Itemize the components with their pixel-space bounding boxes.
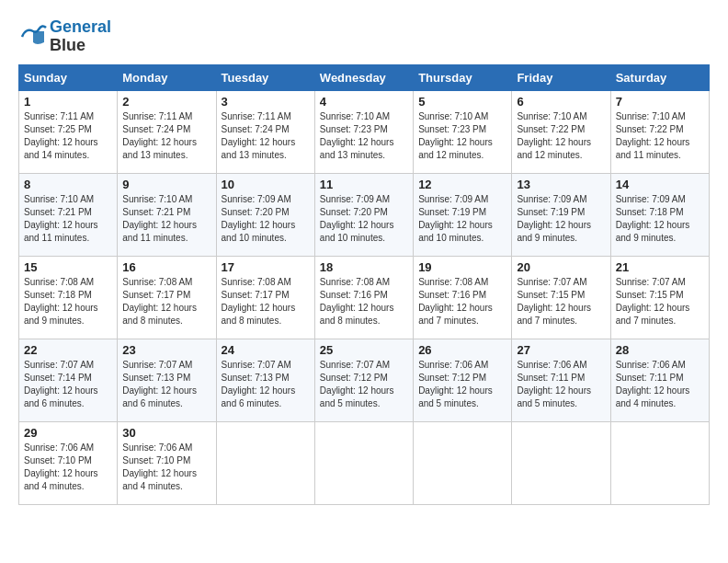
calendar-week-row: 22Sunrise: 7:07 AM Sunset: 7:14 PM Dayli… xyxy=(19,339,710,421)
day-info: Sunrise: 7:07 AM Sunset: 7:14 PM Dayligh… xyxy=(24,359,112,410)
calendar-day-cell: 6Sunrise: 7:10 AM Sunset: 7:22 PM Daylig… xyxy=(512,90,610,173)
day-info: Sunrise: 7:09 AM Sunset: 7:20 PM Dayligh… xyxy=(222,193,310,245)
calendar-day-cell: 22Sunrise: 7:07 AM Sunset: 7:14 PM Dayli… xyxy=(19,339,118,421)
day-header-friday: Friday xyxy=(512,64,610,90)
day-header-saturday: Saturday xyxy=(610,64,709,90)
day-number: 16 xyxy=(122,260,210,274)
day-info: Sunrise: 7:06 AM Sunset: 7:11 PM Dayligh… xyxy=(517,359,605,410)
day-header-sunday: Sunday xyxy=(19,64,118,90)
day-number: 20 xyxy=(517,260,605,274)
logo-icon xyxy=(18,24,48,50)
calendar-day-cell: 20Sunrise: 7:07 AM Sunset: 7:15 PM Dayli… xyxy=(512,256,610,339)
day-info: Sunrise: 7:09 AM Sunset: 7:20 PM Dayligh… xyxy=(320,193,408,245)
calendar-day-cell: 24Sunrise: 7:07 AM Sunset: 7:13 PM Dayli… xyxy=(216,339,314,421)
calendar-day-cell: 9Sunrise: 7:10 AM Sunset: 7:21 PM Daylig… xyxy=(118,173,216,256)
day-number: 23 xyxy=(122,343,210,357)
day-number: 12 xyxy=(418,178,506,191)
empty-cell xyxy=(216,421,314,504)
day-info: Sunrise: 7:10 AM Sunset: 7:23 PM Dayligh… xyxy=(418,110,506,162)
day-number: 22 xyxy=(24,343,112,357)
calendar-day-cell: 29Sunrise: 7:06 AM Sunset: 7:10 PM Dayli… xyxy=(19,421,118,504)
day-info: Sunrise: 7:09 AM Sunset: 7:19 PM Dayligh… xyxy=(517,193,605,245)
day-number: 27 xyxy=(517,343,605,357)
day-number: 6 xyxy=(517,95,605,109)
empty-cell xyxy=(512,421,610,504)
day-info: Sunrise: 7:08 AM Sunset: 7:17 PM Dayligh… xyxy=(222,276,310,327)
calendar-day-cell: 21Sunrise: 7:07 AM Sunset: 7:15 PM Dayli… xyxy=(610,256,709,339)
day-number: 10 xyxy=(222,178,310,191)
day-number: 18 xyxy=(320,260,408,274)
day-info: Sunrise: 7:10 AM Sunset: 7:21 PM Dayligh… xyxy=(122,193,210,245)
empty-cell xyxy=(610,421,709,504)
day-header-thursday: Thursday xyxy=(414,64,512,90)
day-number: 28 xyxy=(616,343,704,357)
day-number: 21 xyxy=(616,260,704,274)
day-header-monday: Monday xyxy=(118,64,216,90)
day-info: Sunrise: 7:06 AM Sunset: 7:10 PM Dayligh… xyxy=(24,442,112,493)
calendar-day-cell: 5Sunrise: 7:10 AM Sunset: 7:23 PM Daylig… xyxy=(414,90,512,173)
day-number: 26 xyxy=(418,343,506,357)
day-number: 25 xyxy=(320,343,408,357)
calendar-day-cell: 13Sunrise: 7:09 AM Sunset: 7:19 PM Dayli… xyxy=(512,173,610,256)
day-info: Sunrise: 7:11 AM Sunset: 7:24 PM Dayligh… xyxy=(122,110,210,162)
calendar-day-cell: 10Sunrise: 7:09 AM Sunset: 7:20 PM Dayli… xyxy=(216,173,314,256)
day-number: 8 xyxy=(24,178,112,191)
calendar-week-row: 8Sunrise: 7:10 AM Sunset: 7:21 PM Daylig… xyxy=(19,173,710,256)
empty-cell xyxy=(314,421,413,504)
day-info: Sunrise: 7:06 AM Sunset: 7:11 PM Dayligh… xyxy=(616,359,704,410)
calendar-day-cell: 2Sunrise: 7:11 AM Sunset: 7:24 PM Daylig… xyxy=(118,90,216,173)
calendar-week-row: 15Sunrise: 7:08 AM Sunset: 7:18 PM Dayli… xyxy=(19,256,710,339)
calendar-header-row: SundayMondayTuesdayWednesdayThursdayFrid… xyxy=(19,64,710,90)
day-number: 7 xyxy=(616,95,704,109)
calendar-day-cell: 30Sunrise: 7:06 AM Sunset: 7:10 PM Dayli… xyxy=(118,421,216,504)
calendar-day-cell: 11Sunrise: 7:09 AM Sunset: 7:20 PM Dayli… xyxy=(314,173,413,256)
calendar-day-cell: 3Sunrise: 7:11 AM Sunset: 7:24 PM Daylig… xyxy=(216,90,314,173)
day-number: 9 xyxy=(122,178,210,191)
day-info: Sunrise: 7:07 AM Sunset: 7:13 PM Dayligh… xyxy=(122,359,210,410)
calendar-day-cell: 17Sunrise: 7:08 AM Sunset: 7:17 PM Dayli… xyxy=(216,256,314,339)
calendar-day-cell: 12Sunrise: 7:09 AM Sunset: 7:19 PM Dayli… xyxy=(414,173,512,256)
calendar-week-row: 1Sunrise: 7:11 AM Sunset: 7:25 PM Daylig… xyxy=(19,90,710,173)
day-number: 14 xyxy=(616,178,704,191)
day-number: 30 xyxy=(122,426,210,440)
day-info: Sunrise: 7:07 AM Sunset: 7:15 PM Dayligh… xyxy=(616,276,704,327)
empty-cell xyxy=(414,421,512,504)
day-number: 29 xyxy=(24,426,112,440)
calendar-day-cell: 25Sunrise: 7:07 AM Sunset: 7:12 PM Dayli… xyxy=(314,339,413,421)
calendar-day-cell: 4Sunrise: 7:10 AM Sunset: 7:23 PM Daylig… xyxy=(314,90,413,173)
logo-text: General Blue xyxy=(50,18,111,55)
calendar-day-cell: 14Sunrise: 7:09 AM Sunset: 7:18 PM Dayli… xyxy=(610,173,709,256)
day-header-tuesday: Tuesday xyxy=(216,64,314,90)
day-number: 5 xyxy=(418,95,506,109)
calendar-day-cell: 27Sunrise: 7:06 AM Sunset: 7:11 PM Dayli… xyxy=(512,339,610,421)
calendar-day-cell: 8Sunrise: 7:10 AM Sunset: 7:21 PM Daylig… xyxy=(19,173,118,256)
calendar-day-cell: 23Sunrise: 7:07 AM Sunset: 7:13 PM Dayli… xyxy=(118,339,216,421)
day-info: Sunrise: 7:11 AM Sunset: 7:24 PM Dayligh… xyxy=(222,110,310,162)
calendar-week-row: 29Sunrise: 7:06 AM Sunset: 7:10 PM Dayli… xyxy=(19,421,710,504)
day-number: 2 xyxy=(122,95,210,109)
calendar-day-cell: 19Sunrise: 7:08 AM Sunset: 7:16 PM Dayli… xyxy=(414,256,512,339)
calendar-table: SundayMondayTuesdayWednesdayThursdayFrid… xyxy=(18,64,710,505)
day-info: Sunrise: 7:08 AM Sunset: 7:16 PM Dayligh… xyxy=(320,276,408,327)
day-info: Sunrise: 7:09 AM Sunset: 7:18 PM Dayligh… xyxy=(616,193,704,245)
day-info: Sunrise: 7:08 AM Sunset: 7:17 PM Dayligh… xyxy=(122,276,210,327)
day-number: 24 xyxy=(222,343,310,357)
page-header: General Blue xyxy=(18,18,710,55)
day-info: Sunrise: 7:08 AM Sunset: 7:18 PM Dayligh… xyxy=(24,276,112,327)
calendar-day-cell: 7Sunrise: 7:10 AM Sunset: 7:22 PM Daylig… xyxy=(610,90,709,173)
calendar-day-cell: 16Sunrise: 7:08 AM Sunset: 7:17 PM Dayli… xyxy=(118,256,216,339)
day-info: Sunrise: 7:09 AM Sunset: 7:19 PM Dayligh… xyxy=(418,193,506,245)
day-header-wednesday: Wednesday xyxy=(314,64,413,90)
day-number: 11 xyxy=(320,178,408,191)
day-info: Sunrise: 7:06 AM Sunset: 7:12 PM Dayligh… xyxy=(418,359,506,410)
day-info: Sunrise: 7:10 AM Sunset: 7:22 PM Dayligh… xyxy=(616,110,704,162)
day-info: Sunrise: 7:07 AM Sunset: 7:15 PM Dayligh… xyxy=(517,276,605,327)
calendar-day-cell: 18Sunrise: 7:08 AM Sunset: 7:16 PM Dayli… xyxy=(314,256,413,339)
day-number: 19 xyxy=(418,260,506,274)
day-info: Sunrise: 7:08 AM Sunset: 7:16 PM Dayligh… xyxy=(418,276,506,327)
logo: General Blue xyxy=(18,18,111,55)
day-info: Sunrise: 7:10 AM Sunset: 7:23 PM Dayligh… xyxy=(320,110,408,162)
calendar-day-cell: 15Sunrise: 7:08 AM Sunset: 7:18 PM Dayli… xyxy=(19,256,118,339)
day-info: Sunrise: 7:11 AM Sunset: 7:25 PM Dayligh… xyxy=(24,110,112,162)
day-number: 17 xyxy=(222,260,310,274)
